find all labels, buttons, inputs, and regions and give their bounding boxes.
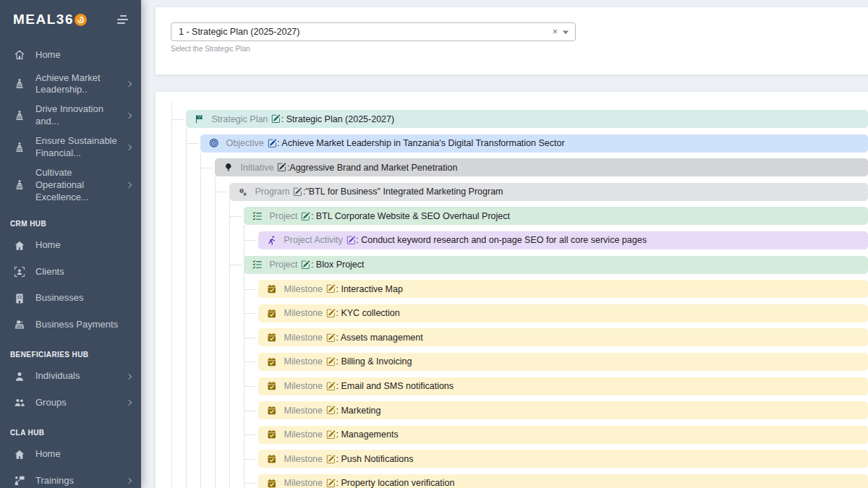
calendar-check-icon: [267, 333, 277, 343]
tree-row-milestone[interactable]: Milestone : KYC collection: [258, 304, 868, 322]
sidebar-item-label: Achieve Market Leadership..: [35, 72, 122, 97]
tree-connector: [186, 128, 187, 488]
sidebar-item-cultivate-operational-excellence[interactable]: Cultivate Operational Excellence...: [0, 163, 141, 207]
row-value: : Conduct keyword research and on-page S…: [356, 235, 647, 245]
row-value: : Assets management: [336, 333, 423, 343]
tree-row-milestone[interactable]: Milestone : Interactive Map: [258, 280, 868, 298]
select-clear-icon[interactable]: ×: [552, 27, 558, 36]
row-value: : Marketing: [336, 406, 381, 416]
row-type-label: Milestone: [284, 381, 323, 391]
row-type-label: Milestone: [284, 356, 323, 367]
edit-icon[interactable]: [326, 430, 336, 440]
tree-row-milestone[interactable]: Milestone : Property location verificati…: [258, 474, 868, 488]
sidebar-item-label: Clients: [35, 266, 131, 278]
tree-row-milestone[interactable]: Milestone : Assets management: [258, 328, 868, 346]
sidebar-toggle-button[interactable]: [114, 12, 131, 27]
strategic-plan-select-value: 1 - Strategic Plan (2025-2027): [179, 27, 299, 37]
ranking-icon: [12, 110, 26, 121]
calendar-check-icon: [267, 284, 277, 294]
home-icon: [12, 240, 26, 252]
edit-icon[interactable]: [326, 357, 336, 367]
cash-register-icon: [12, 319, 26, 330]
sidebar-item-label: Businesses: [35, 292, 131, 304]
edit-icon[interactable]: [326, 309, 336, 318]
tree-row-milestone[interactable]: Milestone : Billing & Invoicing: [258, 353, 868, 371]
sidebar-item-drive-innovation[interactable]: Drive Innovation and...: [0, 100, 141, 132]
bullseye-icon: [209, 138, 219, 148]
sidebar-item-ensure-sustainable-financial[interactable]: Ensure Sustainable Financial...: [0, 132, 141, 163]
calendar-check-icon: [267, 357, 277, 367]
sidebar-section-cla-hub: CLA HUB: [0, 416, 141, 442]
edit-icon[interactable]: [346, 236, 356, 245]
row-value: : Blox Project: [311, 260, 365, 270]
edit-icon[interactable]: [271, 114, 281, 124]
calendar-check-icon: [267, 309, 277, 319]
sidebar-item-groups[interactable]: Groups: [0, 390, 141, 416]
chevron-right-icon: [126, 374, 132, 380]
tree-row-project[interactable]: Project : BTL Corporate Website & SEO Ov…: [244, 207, 868, 225]
row-value: :"BTL for Business" Integrated Marketing…: [303, 187, 503, 197]
brand-name: MEAL36: [13, 12, 74, 27]
user-icon: [12, 371, 26, 382]
edit-icon[interactable]: [326, 382, 336, 391]
edit-icon[interactable]: [326, 455, 336, 464]
row-type-label: Milestone: [284, 478, 323, 488]
edit-icon[interactable]: [326, 479, 336, 488]
row-type-label: Initiative: [241, 163, 274, 173]
row-type-label: Project: [270, 260, 298, 270]
edit-icon[interactable]: [326, 406, 336, 415]
sidebar-item-label: Groups: [35, 397, 122, 409]
tree-row-milestone[interactable]: Milestone : Managements: [258, 426, 868, 444]
sidebar-item-businesses[interactable]: Businesses: [0, 286, 141, 312]
tree-row-initiative[interactable]: Initiative :Aggressive Brand and Market …: [215, 158, 868, 176]
tree-row-project-activity[interactable]: Project Activity : Conduct keyword resea…: [258, 231, 868, 249]
sidebar-item-label: Individuals: [35, 370, 122, 382]
sidebar-item-label: Ensure Sustainable Financial...: [35, 135, 122, 160]
edit-icon[interactable]: [293, 187, 302, 197]
sidebar-item-clients[interactable]: Clients: [0, 259, 141, 286]
strategic-plan-select[interactable]: 1 - Strategic Plan (2025-2027) ×: [171, 22, 576, 41]
edit-icon[interactable]: [326, 284, 336, 294]
row-value: : BTL Corporate Website & SEO Overhaul P…: [311, 211, 510, 221]
tree-row-project[interactable]: Project : Blox Project: [244, 256, 868, 274]
sidebar-item-label: Home: [35, 448, 131, 461]
sidebar-item-crm-home[interactable]: Home: [0, 233, 141, 260]
plan-tree-card: Strategic Plan : Strategic Plan (2025-20…: [156, 92, 868, 488]
edit-icon[interactable]: [301, 212, 310, 221]
row-type-label: Program: [255, 187, 290, 197]
sidebar-item-trainings[interactable]: Trainings: [0, 468, 141, 488]
row-type-label: Milestone: [284, 284, 323, 294]
sidebar-item-cla-home[interactable]: Home: [0, 442, 141, 468]
tree-connector: [200, 153, 201, 488]
building-icon: [12, 293, 26, 304]
ranking-icon: [12, 179, 26, 191]
row-value: : Property location verification: [336, 478, 455, 488]
tree-row-program[interactable]: Program :"BTL for Business" Integrated M…: [229, 183, 868, 201]
sidebar-item-business-payments[interactable]: Business Payments: [0, 312, 141, 338]
calendar-check-icon: [267, 406, 277, 416]
edit-icon[interactable]: [326, 333, 336, 343]
calendar-check-icon: [267, 479, 277, 488]
brand-logo-icon: [75, 14, 87, 26]
chevron-right-icon: [126, 400, 132, 406]
sidebar-item-home[interactable]: Home: [0, 42, 141, 69]
chevron-right-icon: [126, 478, 132, 484]
tree-row-objective[interactable]: Objective : Achieve Market Leadership in…: [200, 134, 868, 153]
row-type-label: Project Activity: [284, 235, 343, 245]
tree-row-milestone[interactable]: Milestone : Marketing: [258, 401, 868, 419]
tree-row-milestone[interactable]: Milestone : Push Notifications: [258, 450, 868, 468]
edit-icon[interactable]: [277, 163, 286, 172]
row-value: : Email and SMS notifications: [336, 381, 454, 391]
sidebar-section-beneficiaries-hub: BENEFICIARIES HUB: [0, 338, 141, 364]
tree-connector: [215, 176, 216, 488]
edit-icon[interactable]: [268, 139, 277, 148]
row-value: : KYC collection: [336, 308, 400, 318]
row-value: : Managements: [336, 429, 399, 440]
row-type-label: Milestone: [284, 308, 323, 318]
tree-row-milestone[interactable]: Milestone : Email and SMS notifications: [258, 377, 868, 395]
edit-icon[interactable]: [301, 260, 310, 270]
sidebar-item-individuals[interactable]: Individuals: [0, 364, 141, 390]
tree-row-strategic-plan[interactable]: Strategic Plan : Strategic Plan (2025-20…: [186, 110, 868, 128]
sidebar-section-crm-hub: CRM HUB: [0, 207, 141, 233]
sidebar-item-achieve-market-leadership[interactable]: Achieve Market Leadership..: [0, 69, 141, 100]
